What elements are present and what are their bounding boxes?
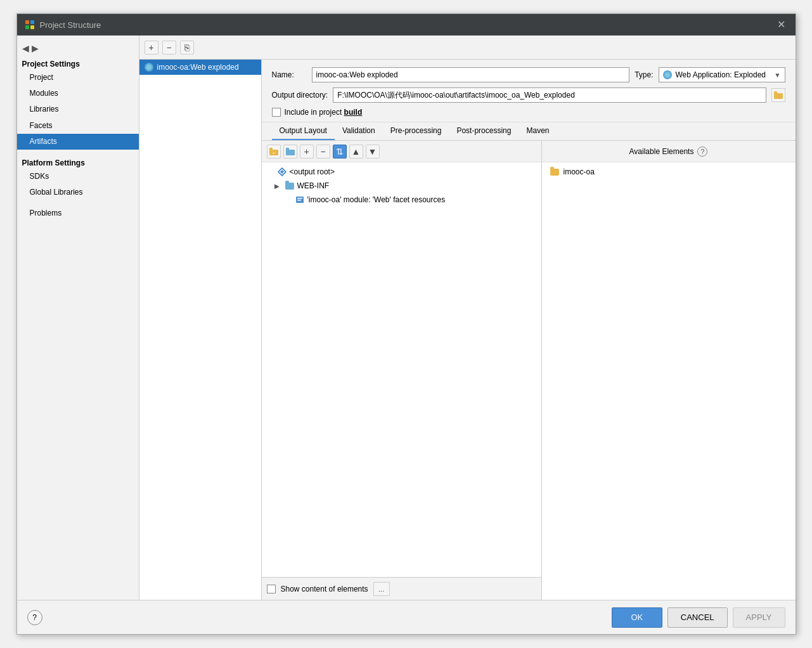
sidebar-item-facets[interactable]: Facets bbox=[17, 118, 139, 134]
include-checkbox[interactable] bbox=[272, 108, 281, 117]
svg-rect-0 bbox=[25, 20, 29, 24]
more-button[interactable]: ... bbox=[373, 582, 390, 596]
title-bar: Project Structure ✕ bbox=[17, 14, 796, 36]
available-help-button[interactable]: ? bbox=[697, 146, 707, 157]
footer-left: ? bbox=[27, 610, 42, 625]
tree-item-module-resource[interactable]: 'imooc-oa' module: 'Web' facet resources bbox=[262, 193, 541, 207]
include-label: Include in project build bbox=[285, 108, 363, 117]
dialog-body: ◀ ▶ Project Settings Project Modules Lib… bbox=[17, 36, 796, 600]
remove-artifact-button[interactable]: − bbox=[162, 41, 176, 55]
output-down-button[interactable]: ▼ bbox=[366, 145, 380, 159]
tabs-bar: Output Layout Validation Pre-processing … bbox=[262, 122, 796, 141]
tree-label-module-resource: 'imooc-oa' module: 'Web' facet resources bbox=[307, 195, 446, 204]
available-elements-header: Available Elements ? bbox=[542, 141, 796, 162]
sidebar: ◀ ▶ Project Settings Project Modules Lib… bbox=[17, 36, 139, 600]
ok-button[interactable]: OK bbox=[612, 607, 662, 628]
web-artifact-icon bbox=[145, 63, 153, 72]
name-input[interactable] bbox=[312, 67, 630, 82]
sidebar-item-libraries[interactable]: Libraries bbox=[17, 101, 139, 117]
available-item-imooc-oa[interactable]: imooc-oa bbox=[542, 165, 796, 179]
tab-maven[interactable]: Maven bbox=[519, 122, 557, 140]
add-artifact-button[interactable]: + bbox=[145, 41, 158, 55]
svg-rect-5 bbox=[774, 91, 777, 94]
output-folder-button[interactable]: + bbox=[267, 145, 281, 159]
svg-rect-15 bbox=[297, 198, 302, 199]
tab-validation[interactable]: Validation bbox=[335, 122, 383, 140]
output-footer: Show content of elements ... bbox=[262, 577, 541, 600]
output-left: + + − bbox=[262, 141, 542, 600]
svg-text:+: + bbox=[273, 151, 275, 155]
project-structure-dialog: Project Structure ✕ ◀ ▶ Project Settings… bbox=[16, 13, 796, 635]
dialog-title: Project Structure bbox=[40, 20, 101, 30]
project-settings-header: Project Settings bbox=[17, 56, 139, 70]
config-top: Name: Type: Web Application: Exploded ▼ … bbox=[262, 60, 796, 122]
output-remove-button[interactable]: − bbox=[316, 145, 330, 159]
available-elements-title: Available Elements bbox=[629, 147, 694, 156]
available-folder-icon bbox=[550, 167, 560, 177]
output-root-icon bbox=[277, 167, 287, 177]
tab-output-layout[interactable]: Output Layout bbox=[272, 122, 335, 140]
available-item-label: imooc-oa bbox=[564, 167, 595, 176]
cancel-button[interactable]: CANCEL bbox=[667, 607, 728, 628]
sidebar-item-problems[interactable]: Problems bbox=[17, 205, 139, 221]
svg-rect-10 bbox=[286, 148, 289, 150]
content-area: + − ⎘ imooc-oa:Web exploded bbox=[139, 36, 796, 600]
output-sort-button[interactable]: ⇅ bbox=[333, 145, 347, 159]
svg-rect-2 bbox=[25, 25, 29, 29]
svg-rect-9 bbox=[286, 150, 295, 155]
output-dir-input[interactable] bbox=[333, 87, 766, 103]
tree-item-output-root[interactable]: <output root> bbox=[262, 165, 541, 179]
output-up-button[interactable]: ▲ bbox=[349, 145, 363, 159]
tree-label-output-root: <output root> bbox=[290, 167, 335, 176]
output-module-button[interactable] bbox=[283, 145, 297, 159]
main-split: imooc-oa:Web exploded Name: Type: W bbox=[139, 60, 796, 600]
output-dir-row: Output directory: bbox=[272, 87, 785, 103]
include-row: Include in project build bbox=[272, 108, 785, 117]
help-button[interactable]: ? bbox=[27, 610, 42, 625]
name-row: Name: Type: Web Application: Exploded ▼ bbox=[272, 67, 785, 82]
svg-rect-1 bbox=[30, 20, 34, 24]
tab-post-processing[interactable]: Post-processing bbox=[449, 122, 519, 140]
svg-rect-3 bbox=[30, 25, 34, 29]
config-panel: Name: Type: Web Application: Exploded ▼ … bbox=[262, 60, 796, 600]
svg-rect-16 bbox=[297, 200, 301, 201]
output-add-button[interactable]: + bbox=[300, 145, 314, 159]
platform-settings-header: Platform Settings bbox=[17, 155, 139, 169]
folder-blue-icon bbox=[285, 181, 295, 191]
nav-forward-button[interactable]: ▶ bbox=[32, 43, 39, 53]
artifact-list: imooc-oa:Web exploded bbox=[139, 60, 262, 600]
artifact-list-toolbar: + − ⎘ bbox=[139, 36, 796, 60]
tab-pre-processing[interactable]: Pre-processing bbox=[383, 122, 449, 140]
tree-item-web-inf[interactable]: ▶ WEB-INF bbox=[262, 179, 541, 193]
sidebar-item-modules[interactable]: Modules bbox=[17, 86, 139, 101]
artifact-item-label: imooc-oa:Web exploded bbox=[157, 63, 239, 72]
type-label: Type: bbox=[635, 70, 653, 79]
dropdown-arrow-icon: ▼ bbox=[775, 72, 781, 79]
sidebar-item-project[interactable]: Project bbox=[17, 70, 139, 86]
browse-folder-button[interactable] bbox=[771, 88, 785, 102]
output-dir-label: Output directory: bbox=[272, 91, 328, 100]
tree-arrow-web-inf: ▶ bbox=[274, 183, 282, 190]
svg-rect-7 bbox=[269, 148, 273, 150]
nav-arrows: ◀ ▶ bbox=[17, 41, 139, 56]
available-elements-panel: Available Elements ? imooc-oa bbox=[542, 141, 796, 600]
show-content-label: Show content of elements bbox=[281, 585, 368, 593]
sidebar-item-artifacts[interactable]: Artifacts bbox=[17, 134, 139, 150]
artifact-list-item[interactable]: imooc-oa:Web exploded bbox=[139, 60, 261, 75]
tree-label-web-inf: WEB-INF bbox=[297, 181, 330, 190]
type-value: Web Application: Exploded bbox=[676, 70, 771, 79]
sidebar-item-sdks[interactable]: SDKs bbox=[17, 169, 139, 185]
apply-button[interactable]: APPLY bbox=[733, 607, 785, 628]
type-dropdown[interactable]: Web Application: Exploded ▼ bbox=[659, 67, 785, 82]
show-content-checkbox[interactable] bbox=[267, 585, 276, 593]
copy-artifact-button[interactable]: ⎘ bbox=[180, 41, 194, 55]
name-label: Name: bbox=[272, 70, 307, 79]
dialog-footer: ? OK CANCEL APPLY bbox=[17, 600, 796, 634]
nav-back-button[interactable]: ◀ bbox=[22, 43, 29, 53]
output-split: + + − bbox=[262, 141, 796, 600]
output-tree: <output root> ▶ WEB-INF bbox=[262, 162, 541, 577]
close-button[interactable]: ✕ bbox=[775, 18, 788, 31]
svg-rect-4 bbox=[774, 93, 783, 99]
type-icon bbox=[663, 70, 672, 79]
sidebar-item-global-libraries[interactable]: Global Libraries bbox=[17, 185, 139, 200]
